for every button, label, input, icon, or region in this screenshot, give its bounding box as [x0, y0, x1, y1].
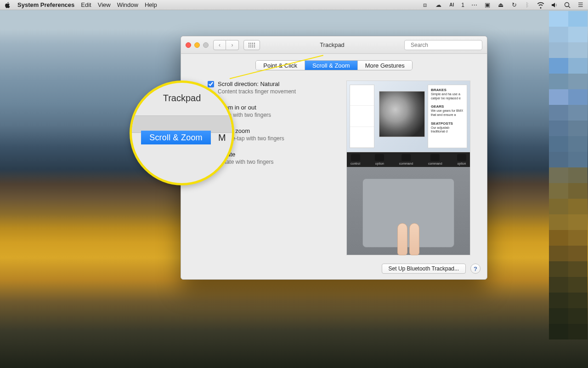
svg-line-1 [569, 6, 571, 8]
key-label: control [351, 162, 360, 165]
search-field[interactable] [404, 40, 482, 50]
option-title: Scroll direction: Natural [218, 80, 279, 87]
volume-icon[interactable] [550, 1, 558, 9]
key-label: option [457, 162, 466, 165]
preview-heading: GEARS [431, 104, 444, 109]
preview-photo [379, 91, 425, 137]
menu-help[interactable]: Help [145, 1, 157, 8]
tab-more-gestures[interactable]: More Gestures [358, 61, 412, 70]
app-name[interactable]: System Preferences [17, 1, 74, 8]
forward-button: › [226, 40, 239, 50]
preview-body: We use gears for BMX that and ensure a [431, 109, 463, 116]
adobe-icon[interactable]: AI [448, 1, 455, 9]
pixelation-artifact [549, 11, 588, 339]
window-title: Trackpad [265, 41, 400, 48]
dropbox-icon[interactable]: ⧈ [421, 1, 429, 9]
search-input[interactable] [411, 42, 480, 48]
airplay-icon[interactable]: ⏏ [497, 1, 504, 9]
menu-view[interactable]: View [98, 1, 111, 8]
minimize-icon[interactable] [194, 42, 200, 48]
gesture-preview: BRAKES Simple and ha use a caliper be re… [346, 80, 470, 255]
callout-tab: Scroll & Zoom [141, 131, 211, 144]
back-button[interactable]: ‹ [213, 40, 226, 50]
show-all-button[interactable] [243, 40, 260, 50]
checkbox-scroll-direction[interactable] [208, 81, 214, 87]
bluetooth-icon[interactable]: ᛒ [524, 1, 531, 9]
preview-trackpad-area [347, 167, 470, 255]
preview-body: Simple and ha use a caliper be replaced … [431, 92, 461, 100]
preview-screen: BRAKES Simple and ha use a caliper be re… [347, 81, 470, 152]
wifi-icon[interactable] [537, 1, 544, 9]
display-icon[interactable]: ▣ [484, 1, 491, 9]
key-label: command [428, 162, 442, 165]
preview-heading: BRAKES [431, 88, 447, 92]
preview-thumbs [350, 85, 374, 148]
menu-list-icon[interactable]: ☰ [577, 1, 584, 9]
preview-text-panel: BRAKES Simple and ha use a caliper be re… [428, 85, 467, 148]
preview-heading: SEATPOSTS [431, 121, 453, 126]
key-label: option [375, 162, 384, 165]
apple-icon[interactable] [4, 1, 11, 9]
callout-next-char: M [218, 132, 226, 143]
menu-bar: System Preferences Edit View Window Help… [0, 0, 588, 10]
window-titlebar: ‹ › Trackpad [181, 36, 487, 54]
help-button[interactable]: ? [470, 264, 481, 274]
option-subtitle: Rotate with two fingers [218, 159, 336, 165]
svg-point-0 [565, 2, 569, 6]
key-label: command [399, 162, 413, 165]
preview-fingers [397, 223, 419, 255]
preview-keys: control option command command option [347, 152, 470, 167]
more-icon[interactable]: ⋯ [470, 1, 478, 9]
preview-body: Our adjustab traditional d [431, 126, 449, 133]
timemachine-icon[interactable]: ↻ [510, 1, 518, 9]
menu-edit[interactable]: Edit [81, 1, 91, 8]
spotlight-icon[interactable] [564, 1, 571, 9]
option-scroll-direction[interactable]: Scroll direction: Natural Content tracks… [208, 80, 336, 95]
tab-scroll-zoom[interactable]: Scroll & Zoom [305, 61, 358, 70]
callout-title: Trackpad [132, 93, 232, 104]
close-icon[interactable] [186, 42, 191, 48]
window-controls [186, 42, 209, 48]
preview-trackpad [362, 178, 454, 247]
menu-window[interactable]: Window [117, 1, 138, 8]
callout-magnifier: Trackpad Scroll & Zoom M [130, 80, 234, 185]
option-subtitle: Content tracks finger movement [218, 88, 336, 95]
setup-bluetooth-button[interactable]: Set Up Bluetooth Trackpad... [382, 264, 466, 274]
status-count: 1 [461, 2, 464, 8]
grid-icon [249, 43, 255, 47]
cloud-icon[interactable]: ☁ [435, 1, 442, 9]
option-subtitle: Pinch with two fingers [218, 112, 336, 118]
zoom-icon [203, 42, 209, 48]
option-subtitle: Double-tap with two fingers [218, 135, 336, 142]
